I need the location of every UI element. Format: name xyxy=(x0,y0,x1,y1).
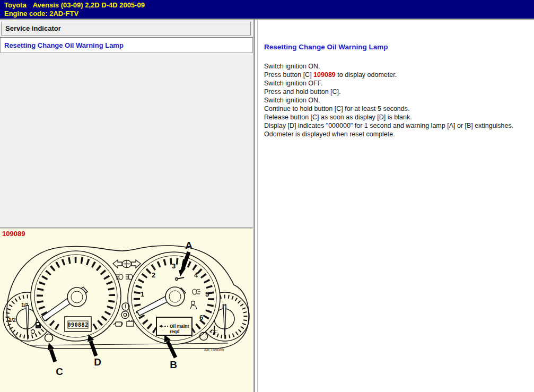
headlight-icon-left xyxy=(116,274,123,280)
high-beam-icon xyxy=(122,260,132,268)
brake-warning-icon xyxy=(121,311,129,319)
content-heading: Resetting Change Oil Warning Lamp xyxy=(264,43,529,51)
step-line: Display [D] indicates "000000" for 1 sec… xyxy=(264,121,529,130)
turn-signal-right-icon xyxy=(132,260,141,268)
oil-maint-display: Oil maint reqd xyxy=(156,317,192,335)
low-fuel-lamp xyxy=(31,330,35,334)
engine-code-line: Engine code: 2AD-FTV xyxy=(4,10,534,18)
callout-label-d: D xyxy=(94,356,101,368)
callout-label-b: B xyxy=(170,359,177,370)
turn-signal-left-icon xyxy=(113,260,122,268)
headlight-icon-right xyxy=(126,274,133,280)
panel-splitter[interactable] xyxy=(253,20,260,392)
battery-icon xyxy=(127,320,134,326)
svg-text:3: 3 xyxy=(172,262,176,270)
step-line: Switch ignition OFF. xyxy=(264,79,529,88)
application-window: ToyotaAvensis (03-09) 2,2D D-4D 2005-09 … xyxy=(0,0,534,392)
topics-panel: Service indicator Resetting Change Oil W… xyxy=(0,20,253,392)
reset-button-c xyxy=(45,334,53,342)
oil-maint-text-2: reqd xyxy=(170,329,179,334)
odometer-value: 090882 xyxy=(67,322,88,328)
step-line: Press and hold button [C]. xyxy=(264,88,529,96)
fuel-half-label: 1/2 xyxy=(8,317,16,323)
callout-label-a: A xyxy=(185,240,192,251)
vehicle-title-line: ToyotaAvensis (03-09) 2,2D D-4D 2005-09 xyxy=(4,1,534,10)
topic-link-reset-oil-lamp[interactable]: Resetting Change Oil Warning Lamp xyxy=(4,41,124,49)
svg-text:5: 5 xyxy=(205,290,209,298)
temp-needle xyxy=(223,305,226,339)
section-header-service-indicator: Service indicator xyxy=(1,22,251,36)
oil-pressure-icon xyxy=(113,322,122,326)
cluster-inner-bottom-line xyxy=(31,343,228,345)
figure-credit: AB 109089 xyxy=(204,347,224,352)
svg-text:1: 1 xyxy=(141,290,144,298)
instrument-cluster-illustration: 1/1 1/2 H xyxy=(0,229,253,392)
topic-row[interactable]: Resetting Change Oil Warning Lamp xyxy=(0,37,253,53)
svg-text:4: 4 xyxy=(194,271,198,279)
oil-maint-text-1: Oil maint xyxy=(170,324,189,329)
callout-arrow-d: D xyxy=(87,334,101,368)
callout-arrow-c: C xyxy=(48,343,63,377)
coolant-temp-icon xyxy=(211,326,217,335)
callout-label-c: C xyxy=(56,366,63,377)
figure-panel: 109089 1/1 1/2 xyxy=(0,227,253,392)
svg-text:6: 6 xyxy=(199,313,203,321)
vehicle-model: Avensis (03-09) 2,2D D-4D 2005-09 xyxy=(33,1,145,9)
procedure-steps: Switch ignition ON. Press button [C] 109… xyxy=(264,62,529,138)
svg-text:2: 2 xyxy=(152,271,155,279)
figure-ref-link[interactable]: 109089 xyxy=(313,71,336,79)
step-line: Odometer is displayed when reset complet… xyxy=(264,130,529,138)
step-line: Switch ignition ON. xyxy=(264,96,529,104)
odometer-display: 090882 xyxy=(65,317,91,332)
fuel-needle xyxy=(26,306,29,339)
content-panel: Resetting Change Oil Warning Lamp Switch… xyxy=(260,20,534,392)
vehicle-make: Toyota xyxy=(4,1,27,9)
step-line: Switch ignition ON. xyxy=(264,62,529,71)
step-line: Release button [C] as soon as display [D… xyxy=(264,113,529,121)
vehicle-title-bar: ToyotaAvensis (03-09) 2,2D D-4D 2005-09 … xyxy=(0,0,534,19)
step-line: Continue to hold button [C] for at least… xyxy=(264,104,529,113)
step-line-with-ref: Press button [C] 109089 to display odome… xyxy=(264,71,529,79)
